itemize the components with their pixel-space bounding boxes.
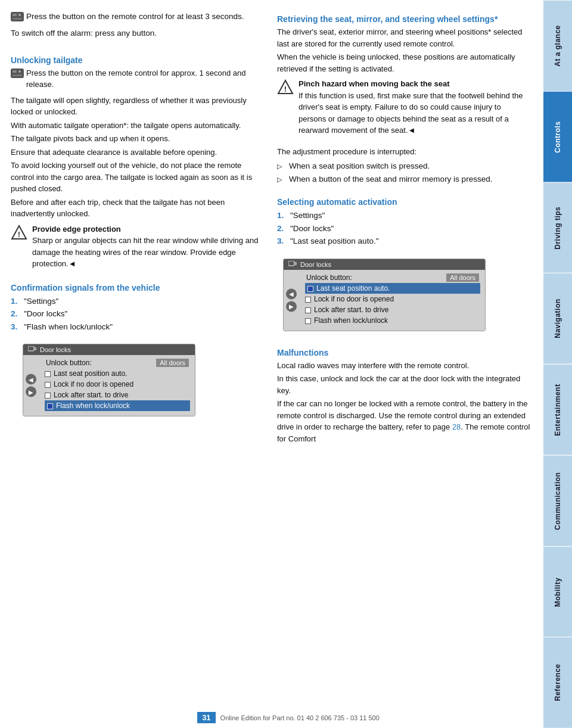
screenshot1-row1: Last seat position auto. [45,368,190,379]
sidebar-tab-label-communication: Communication [554,472,562,530]
checkbox1-3 [45,393,51,399]
adjustment-text-2: When a button of the seat and mirror mem… [289,173,492,186]
svg-rect-7 [13,74,22,76]
right-arrow-2[interactable]: ▶ [286,301,297,312]
sel-text-1: "Settings" [290,209,325,222]
left-arrow-1[interactable]: ◀ [26,374,36,385]
screenshot2-row3: Lock after start. to drive [305,304,480,315]
sel-text-2: "Door locks" [290,222,334,235]
sidebar-tab-navigation[interactable]: Navigation [543,273,572,364]
screenshot2-titlebar: Door locks [284,259,485,270]
screenshot-2: Door locks ◀ ▶ Unlock button: All doors [283,259,486,331]
unlock-value-1: All doors [156,359,189,367]
remote-control-icon [11,12,24,21]
malfunction-para2: In this case, unlock and lock the car at… [277,373,530,396]
conf-num-1: 1. [11,295,20,308]
tailgate-para1-block: Press the button on the remote control f… [11,67,264,92]
tailgate-para3: With automatic tailgate operation*: the … [11,120,264,132]
adjustment-intro: The adjustment procedure is interrupted: [277,146,530,158]
tailgate-para4: The tailgate pivots back and up when it … [11,133,264,145]
conf-text-3: "Flash when lock/unlock" [24,321,113,334]
screenshot1-titlebar: Door locks [23,344,195,355]
sidebar-tab-communication[interactable]: Communication [543,455,572,546]
left-arrow-2[interactable]: ◀ [286,288,297,299]
sidebar-tab-driving-tips[interactable]: Driving tips [543,182,572,273]
svg-point-6 [18,70,21,73]
screenshot1-body: ◀ ▶ Unlock button: All doors Last seat p… [23,355,195,416]
svg-rect-15 [294,262,297,265]
unlock-label-1: Unlock button: [46,359,92,367]
sidebar-tab-at-a-glance[interactable]: At a glance [543,0,572,91]
tailgate-para2: The tailgate will open slightly, regardl… [11,95,264,118]
svg-rect-11 [34,347,36,350]
svg-rect-4 [11,69,24,78]
sidebar-tab-label-driving-tips: Driving tips [554,206,562,249]
adjustment-list: When a seat position switch is pressed. … [277,160,530,185]
intro-block: Press the button on the remote control f… [11,11,264,42]
conf-text-2: "Door locks" [24,307,67,321]
warning-title-2: Pinch hazard when moving back the seat [299,78,530,90]
tailgate-para7: Before and after each trip, check that t… [11,197,264,220]
tailgate-para5: Ensure that adequate clearance is availa… [11,147,264,158]
warning-box-1: ! Provide edge protection Sharp or angul… [11,223,264,270]
checkbox2-4 [305,318,311,324]
malfunctions-section: Malfunctions Local radio waves may inter… [277,344,530,447]
confirmation-section: Confirmation signals from the vehicle 1.… [11,279,264,336]
unlock-value-2: All doors [446,273,479,282]
screenshot1-row2: Lock if no door is opened [45,379,190,390]
screenshot2-row1-highlighted: Last seat position auto. [305,283,480,294]
unlock-label-2: Unlock button: [306,273,352,282]
warning-box-2: ! Pinch hazard when moving back the seat… [277,78,530,136]
sel-item-1: 1. "Settings" [277,209,530,222]
warning-triangle-icon: ! [11,225,27,241]
tailgate-para6: To avoid locking yourself out of the veh… [11,160,264,195]
svg-rect-5 [13,70,17,73]
retrieving-section: Retrieving the seat, mirror, and steerin… [277,11,530,140]
warning-title-1: Provide edge protection [32,223,264,235]
screenshot1-title: Door locks [40,346,71,353]
screenshot2-row2: Lock if no door is opened [305,294,480,304]
sel-item-3: 3. "Last seat position auto." [277,235,530,248]
screenshot2-row4: Flash when lock/unlock [305,315,480,326]
right-arrow-1[interactable]: ▶ [26,387,36,397]
door-lock-icon-2 [288,261,297,268]
checkbox1-2 [45,382,51,388]
screenshot1-row3: Lock after start. to drive [45,390,190,400]
door-lock-icon-1 [28,346,36,353]
sidebar-tab-controls[interactable]: Controls [543,91,572,182]
conf-item-1: 1. "Settings" [11,295,264,308]
left-column: Press the button on the remote control f… [11,11,264,717]
nav-arrows-1: ◀ ▶ [26,374,36,397]
checkbox2-3 [305,307,311,313]
page-wrapper: Press the button on the remote control f… [0,0,572,728]
svg-rect-14 [288,261,294,266]
unlock-row-2: Unlock button: All doors [305,272,480,283]
conf-num-3: 3. [11,321,20,334]
page-number: 31 [197,712,215,723]
screenshot-1: Door locks ◀ ▶ Unlock button: All doors [23,344,195,416]
main-content: Press the button on the remote control f… [0,0,543,728]
adjustment-item-1: When a seat position switch is pressed. [277,160,530,173]
warning-text-2: If this function is used, first make sur… [299,90,530,136]
svg-point-2 [18,14,21,16]
sidebar-tab-label-mobility: Mobility [554,577,562,606]
adjustment-item-2: When a button of the seat and mirror mem… [277,173,530,186]
sidebar-tab-mobility[interactable]: Mobility [543,546,572,637]
sel-num-1: 1. [277,209,287,222]
two-column-layout: Press the button on the remote control f… [11,11,530,717]
warning-content-1: Provide edge protection Sharp or angular… [32,223,264,270]
adjustment-section: The adjustment procedure is interrupted:… [277,146,530,188]
selecting-section: Selecting automatic activation 1. "Setti… [277,194,530,250]
sel-item-2: 2. "Door locks" [277,222,530,235]
adjustment-text-1: When a seat position switch is pressed. [289,160,430,173]
retrieving-para1: The driver's seat, exterior mirror, and … [277,26,530,49]
conf-num-2: 2. [11,307,20,321]
svg-rect-0 [11,12,24,21]
malfunction-para3-link[interactable]: 28 [452,422,461,431]
sidebar-tab-entertainment[interactable]: Entertainment [543,364,572,455]
selecting-list: 1. "Settings" 2. "Door locks" 3. "Last s… [277,209,530,248]
intro-text-1: Press the button on the remote control f… [26,11,244,23]
confirmation-list: 1. "Settings" 2. "Door locks" 3. "Flash … [11,295,264,334]
conf-text-1: "Settings" [24,295,58,308]
screenshot1-row4-highlighted: Flash when lock/unlock [45,400,190,411]
